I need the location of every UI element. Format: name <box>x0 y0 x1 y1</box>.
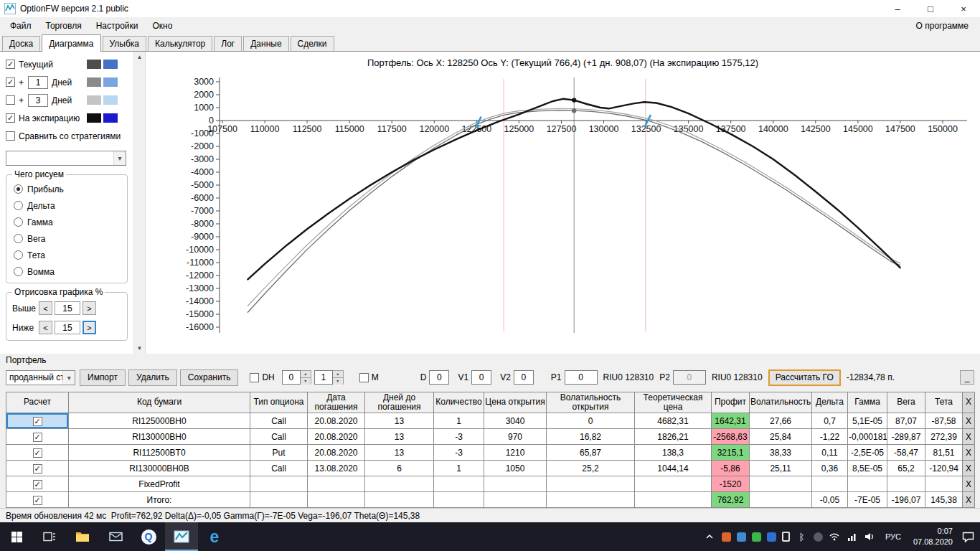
radio-theta[interactable] <box>14 250 23 260</box>
dh-spinner-1-input[interactable] <box>282 370 301 385</box>
row-checkbox[interactable]: ✓ <box>33 417 42 426</box>
draw-option-vomma[interactable]: Вомма <box>6 263 127 280</box>
menu-about[interactable]: О программе <box>908 21 977 31</box>
radio-vomma[interactable] <box>14 267 23 276</box>
tab-smile[interactable]: Улыбка <box>103 36 147 51</box>
row-checkbox[interactable]: ✓ <box>33 480 42 489</box>
row-calc-cell[interactable]: ✓ <box>6 492 69 508</box>
import-button[interactable]: Импорт <box>80 369 126 386</box>
menu-file[interactable]: Файл <box>3 17 39 34</box>
plus3-checkbox[interactable] <box>6 95 15 105</box>
network-signal-icon[interactable] <box>847 532 859 541</box>
spinner-down-icon[interactable]: ▾ <box>301 377 311 385</box>
m-checkbox[interactable] <box>359 373 369 382</box>
v2-input[interactable] <box>514 370 534 385</box>
row-checkbox[interactable]: ✓ <box>33 448 42 458</box>
column-header[interactable]: Теоретическая цена <box>635 392 712 413</box>
draw-option-theta[interactable]: Тета <box>6 247 127 263</box>
tab-deals[interactable]: Сделки <box>291 36 334 51</box>
task-view-button[interactable] <box>33 522 66 551</box>
column-header[interactable]: Расчет <box>6 392 69 413</box>
file-explorer-button[interactable] <box>66 522 99 551</box>
plus1-days-input[interactable] <box>28 76 48 89</box>
column-header[interactable]: Волатильность <box>750 392 812 413</box>
current-checkbox[interactable]: ✓ <box>6 60 15 69</box>
scroll-up-icon[interactable]: ▲ <box>137 54 143 60</box>
row-calc-cell[interactable]: ✓ <box>6 413 69 429</box>
scroll-down-icon[interactable]: ▼ <box>137 345 143 352</box>
remove-position-button[interactable]: X <box>963 476 975 492</box>
tab-data[interactable]: Данные <box>243 36 288 51</box>
column-header[interactable]: Код бумаги <box>69 392 250 413</box>
remove-position-button[interactable]: X <box>963 445 975 461</box>
below-increase-button[interactable]: > <box>83 321 96 334</box>
tray-app-icon-green[interactable] <box>752 532 761 542</box>
column-header[interactable]: Тета <box>925 392 963 413</box>
sidebar-scrollbar[interactable]: ▲ ▼ <box>133 52 146 354</box>
v1-input[interactable] <box>471 370 491 385</box>
q-browser-button[interactable]: Q <box>132 522 165 551</box>
column-header[interactable]: Цена открытия <box>484 392 547 413</box>
column-header[interactable]: Тип опциона <box>250 392 308 413</box>
strategy-combobox[interactable]: ▾ <box>6 151 126 166</box>
row-checkbox[interactable]: ✓ <box>33 464 42 474</box>
above-percent-input[interactable] <box>55 301 80 315</box>
draw-option-profit[interactable]: Прибыль <box>6 181 127 197</box>
above-decrease-button[interactable]: < <box>39 301 52 315</box>
tray-app-icon-grid[interactable] <box>737 532 746 542</box>
row-checkbox[interactable]: ✓ <box>33 433 42 442</box>
column-header[interactable]: Дней до погашения <box>365 392 434 413</box>
column-header[interactable]: Волатильность открытия <box>547 392 635 413</box>
dh-spinner-2-input[interactable] <box>314 370 333 385</box>
plus1-checkbox[interactable]: ✓ <box>6 77 15 87</box>
collapse-button[interactable]: _ <box>960 370 974 385</box>
tray-app-icon-dark[interactable] <box>814 532 823 542</box>
tray-app-icon-blue[interactable] <box>767 532 776 542</box>
tab-log[interactable]: Лог <box>214 36 242 51</box>
spinner-down-icon[interactable]: ▾ <box>333 377 343 385</box>
radio-gamma[interactable] <box>14 217 23 227</box>
below-decrease-button[interactable]: < <box>39 321 52 334</box>
wifi-icon[interactable] <box>829 532 841 541</box>
draw-option-gamma[interactable]: Гамма <box>6 214 127 230</box>
portfolio-combobox[interactable]: проданный ст ▾ <box>6 370 75 385</box>
radio-vega[interactable] <box>14 234 23 243</box>
radio-profit[interactable] <box>14 184 23 194</box>
row-checkbox[interactable]: ✓ <box>33 496 42 505</box>
menu-trading[interactable]: Торговля <box>39 17 89 34</box>
column-header[interactable]: Гамма <box>848 392 887 413</box>
edge-button[interactable]: e <box>198 522 231 551</box>
action-center-icon[interactable] <box>962 532 974 542</box>
maximize-button[interactable]: □ <box>914 0 947 17</box>
column-header[interactable]: Вега <box>887 392 925 413</box>
minimize-button[interactable]: – <box>881 0 914 17</box>
tab-calculator[interactable]: Калькулятор <box>148 36 212 51</box>
draw-option-vega[interactable]: Вега <box>6 230 127 247</box>
tab-diagram[interactable]: Диаграмма <box>42 34 100 52</box>
remove-position-button[interactable]: X <box>963 492 975 508</box>
tab-board[interactable]: Доска <box>2 36 40 51</box>
draw-option-delta[interactable]: Дельта <box>6 197 127 214</box>
expiration-checkbox[interactable]: ✓ <box>6 113 15 123</box>
radio-delta[interactable] <box>14 201 23 210</box>
start-button[interactable] <box>0 522 33 551</box>
column-header[interactable]: X <box>963 392 975 413</box>
row-calc-cell[interactable]: ✓ <box>6 476 69 492</box>
calculate-margin-button[interactable]: Рассчитать ГО <box>768 369 841 386</box>
tray-app-icon-orange[interactable] <box>722 532 731 542</box>
remove-position-button[interactable]: X <box>963 461 975 476</box>
column-header[interactable]: Профит <box>712 392 750 413</box>
language-indicator[interactable]: РУС <box>882 532 904 541</box>
volume-icon[interactable] <box>864 532 877 541</box>
clipboard-icon[interactable] <box>782 532 790 542</box>
tray-expand-icon[interactable] <box>704 534 716 540</box>
plus3-days-input[interactable] <box>28 94 48 107</box>
remove-position-button[interactable]: X <box>963 429 975 445</box>
row-calc-cell[interactable]: ✓ <box>6 429 69 445</box>
close-button[interactable]: × <box>947 0 980 17</box>
compare-strategies-checkbox[interactable] <box>6 131 15 141</box>
p1-input[interactable] <box>565 370 598 385</box>
above-increase-button[interactable]: > <box>83 301 96 315</box>
save-button[interactable]: Сохранить <box>180 369 239 386</box>
menu-window[interactable]: Окно <box>146 17 180 34</box>
